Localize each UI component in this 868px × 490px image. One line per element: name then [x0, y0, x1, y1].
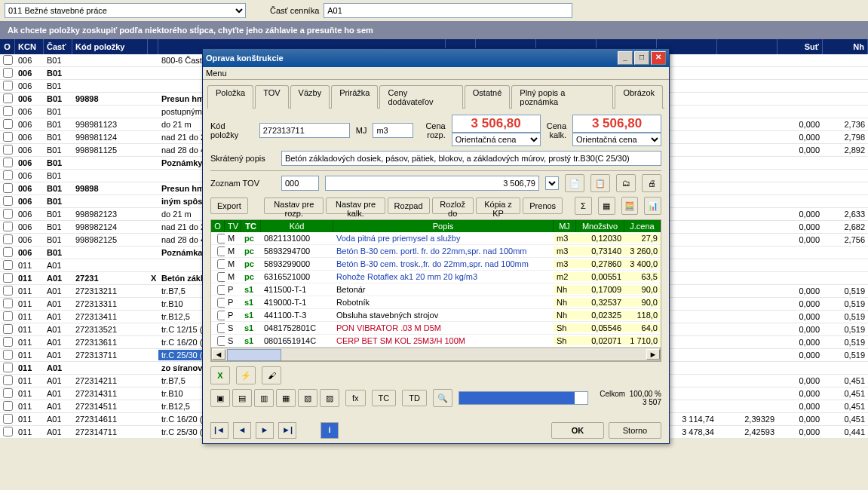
- nav-prev[interactable]: ◄: [233, 422, 251, 439]
- sum-icon[interactable]: Σ: [575, 197, 592, 215]
- icon-f[interactable]: ▨: [320, 389, 339, 407]
- tool-icon-3[interactable]: 🗂: [616, 174, 636, 192]
- row-checkbox[interactable]: [3, 55, 13, 65]
- row-checkbox[interactable]: [3, 145, 13, 155]
- kópia-z-kp-button[interactable]: Kópia z KP: [476, 198, 520, 214]
- tov-row[interactable]: Mpc5893294700Betón B-30 cem. portl. fr. …: [211, 245, 661, 258]
- tov-row[interactable]: Mpc5893299000Betón B-30 cem. trosk.,fr. …: [211, 258, 661, 271]
- row-checkbox[interactable]: [3, 375, 13, 385]
- tov-checkbox[interactable]: [217, 336, 225, 346]
- tool-icon-5[interactable]: 📊: [644, 197, 661, 215]
- ok-button[interactable]: OK: [551, 422, 604, 439]
- tab-ceny-dodávateľov[interactable]: Ceny dodávateľov: [379, 85, 462, 109]
- tool-icon-2[interactable]: 📋: [590, 174, 610, 192]
- tab-ostatné[interactable]: Ostatné: [465, 85, 511, 109]
- prenos-button[interactable]: Prenos: [523, 198, 563, 214]
- cena-rozp-type[interactable]: Orientačná cena: [452, 133, 541, 146]
- icon-b[interactable]: ▤: [232, 389, 252, 407]
- icon-d[interactable]: ▦: [276, 389, 296, 407]
- row-checkbox[interactable]: [3, 363, 13, 372]
- print-icon[interactable]: 🖨: [642, 174, 661, 192]
- td-button[interactable]: TD: [402, 390, 427, 406]
- excel-icon[interactable]: X: [210, 366, 230, 384]
- price-list-combo[interactable]: 011 Bežné stavebné práce: [5, 3, 246, 18]
- storno-button[interactable]: Storno: [609, 422, 661, 439]
- menu-menu[interactable]: Menu: [206, 69, 227, 78]
- tov-checkbox[interactable]: [217, 259, 225, 269]
- row-checkbox[interactable]: [3, 247, 13, 257]
- brush-icon[interactable]: 🖌: [262, 366, 281, 384]
- cena-kalk-type[interactable]: Orientačná cena: [572, 133, 661, 146]
- row-checkbox[interactable]: [3, 337, 13, 347]
- nav-first[interactable]: |◄: [210, 422, 229, 439]
- tc-button[interactable]: TC: [372, 390, 397, 406]
- icon-c[interactable]: ▥: [254, 389, 274, 407]
- row-checkbox[interactable]: [3, 222, 13, 231]
- tov-checkbox[interactable]: [217, 323, 225, 333]
- flash-icon[interactable]: ⚡: [236, 366, 256, 384]
- row-checkbox[interactable]: [3, 170, 13, 180]
- tov-hscroll[interactable]: ◄ ►: [211, 348, 661, 361]
- kod-input[interactable]: [259, 123, 350, 138]
- tov-row[interactable]: Ps1441100-T-3Obsluha stavebných strojovN…: [211, 309, 661, 322]
- tov-row[interactable]: Ss10801651914CCERP BET SM KOL 25M3/H 100…: [211, 335, 661, 348]
- calc-icon[interactable]: 🧮: [621, 197, 639, 215]
- tov-table[interactable]: O TV TC Kód Popis MJ Množstvo J.cena Mpc…: [210, 219, 661, 362]
- row-checkbox[interactable]: [3, 427, 13, 436]
- tov-row[interactable]: Ps1411500-T-1BetonárNh0,1700990,0: [211, 283, 661, 296]
- scroll-right-icon[interactable]: ►: [646, 349, 660, 360]
- zoznam-code[interactable]: [281, 176, 319, 191]
- row-checkbox[interactable]: [3, 260, 13, 270]
- minimize-button[interactable]: _: [618, 51, 633, 65]
- cast-input[interactable]: [324, 3, 572, 18]
- row-checkbox[interactable]: [3, 183, 13, 193]
- tab-obrázok[interactable]: Obrázok: [615, 85, 663, 109]
- skrat-input[interactable]: [281, 151, 661, 166]
- tov-row[interactable]: Mpc0821131000Voda pitná pre priemysel a …: [211, 232, 661, 245]
- row-checkbox[interactable]: [3, 324, 13, 334]
- row-checkbox[interactable]: [3, 158, 13, 167]
- tov-checkbox[interactable]: [217, 311, 225, 320]
- row-checkbox[interactable]: [3, 286, 13, 296]
- tab-tov[interactable]: TOV: [255, 85, 288, 109]
- zoznam-dropdown[interactable]: [545, 176, 559, 190]
- tov-checkbox[interactable]: [217, 272, 225, 282]
- nav-next[interactable]: ►: [256, 422, 274, 439]
- tov-checkbox[interactable]: [217, 298, 225, 308]
- tov-row[interactable]: Ss10481752801CPON VIBRATOR .03 M D5MSh0,…: [211, 322, 661, 335]
- row-checkbox[interactable]: [3, 311, 13, 321]
- tool-icon-4[interactable]: ▦: [598, 197, 615, 215]
- info-icon[interactable]: i: [321, 422, 339, 439]
- tab-prirážka[interactable]: Prirážka: [331, 85, 378, 109]
- tab-väzby[interactable]: Väzby: [290, 85, 330, 109]
- tov-row[interactable]: Ps1419000-T-1RobotníkNh0,3253790,0: [211, 296, 661, 309]
- tab-plný-popis-a-poznámka[interactable]: Plný popis a poznámka: [511, 85, 613, 109]
- tov-checkbox[interactable]: [217, 234, 225, 243]
- row-checkbox[interactable]: [3, 106, 13, 116]
- mj-input[interactable]: [373, 123, 413, 138]
- row-checkbox[interactable]: [3, 234, 13, 244]
- icon-e[interactable]: ▧: [298, 389, 317, 407]
- tov-checkbox[interactable]: [217, 247, 225, 256]
- tov-checkbox[interactable]: [217, 285, 225, 295]
- row-checkbox[interactable]: [3, 209, 13, 219]
- row-checkbox[interactable]: [3, 273, 13, 283]
- nastav-pre-kalk.-button[interactable]: Nastav pre kalk.: [326, 198, 385, 214]
- row-checkbox[interactable]: [3, 196, 13, 206]
- row-checkbox[interactable]: [3, 299, 13, 308]
- row-checkbox[interactable]: [3, 81, 13, 90]
- fx-button[interactable]: fx: [345, 390, 366, 406]
- nastav-pre-rozp.-button[interactable]: Nastav pre rozp.: [264, 198, 324, 214]
- row-checkbox[interactable]: [3, 119, 13, 129]
- row-checkbox[interactable]: [3, 414, 13, 424]
- tool-icon-1[interactable]: 📄: [565, 174, 584, 192]
- tov-row[interactable]: Mpc6316521000Rohože Rotaflex ak1 20 mm 2…: [211, 271, 661, 283]
- row-checkbox[interactable]: [3, 68, 13, 78]
- icon-a[interactable]: ▣: [210, 389, 230, 407]
- nav-last[interactable]: ►|: [278, 422, 296, 439]
- close-button[interactable]: ✕: [651, 51, 666, 65]
- row-checkbox[interactable]: [3, 350, 13, 360]
- row-checkbox[interactable]: [3, 93, 13, 103]
- rozlož-do-button[interactable]: Rozlož do: [432, 198, 474, 214]
- tab-položka[interactable]: Položka: [207, 85, 253, 109]
